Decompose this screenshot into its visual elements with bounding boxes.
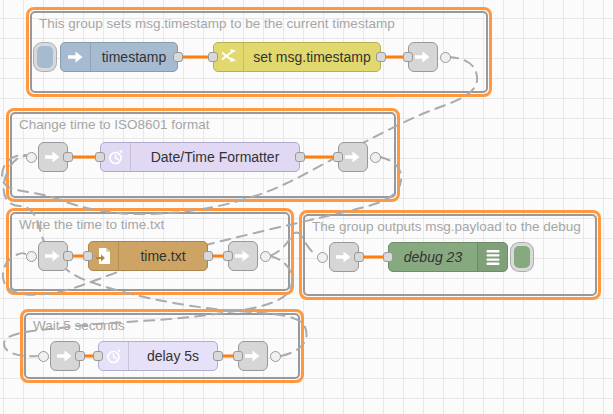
node-debug-23[interactable]: debug 23 [388,242,508,272]
link-arrow-icon [43,246,63,266]
node-delay-5s[interactable]: delay 5s [98,341,218,371]
input-port-debug-23[interactable] [383,252,393,262]
arrow-icon-area [61,43,91,71]
node-label: time.txt [119,242,207,270]
link-arrow-icon [343,147,363,167]
timer-clock-icon [104,346,124,366]
node-label: timestamp [91,43,177,71]
output-port-inject-timestamp[interactable] [173,52,183,62]
output-port-link-in-3[interactable] [63,251,73,261]
file-icon-area [89,242,119,270]
input-port-delay-5s[interactable] [93,351,103,361]
link-wire-out1-in2[interactable] [2,57,477,214]
node-label: debug 23 [389,243,477,271]
output-port-link-in-5[interactable] [75,351,85,361]
input-port-link-out-1[interactable] [403,52,413,62]
inject-trigger-button[interactable] [34,43,56,71]
node-change-set-timestamp[interactable]: set msg.timestamp [213,42,381,72]
input-port-change-set-timestamp[interactable] [208,52,218,62]
link-arrow-icon [55,346,75,366]
node-label: set msg.timestamp [244,43,380,71]
node-label: delay 5s [129,342,217,370]
bars-icon-area [477,243,507,271]
node-label: Date/Time Formatter [131,143,299,171]
input-port-link-out-5[interactable] [233,351,243,361]
virtual-link-port-link-out-2[interactable] [370,152,381,163]
link-arrow-icon [43,147,63,167]
output-port-delay-5s[interactable] [213,351,223,361]
input-port-link-out-3[interactable] [223,251,233,261]
virtual-link-port-link-in-4[interactable] [317,252,328,263]
output-port-link-in-4[interactable] [354,252,364,262]
debug-toggle-button[interactable] [511,243,533,271]
output-port-datetime-formatter[interactable] [295,152,305,162]
link-arrow-icon [243,346,263,366]
node-inject-timestamp[interactable]: timestamp [60,42,178,72]
input-port-datetime-formatter[interactable] [95,152,105,162]
virtual-link-port-link-in-5[interactable] [38,351,49,362]
clock-icon-area [101,143,131,171]
virtual-link-port-link-in-3[interactable] [26,251,37,262]
debug-sidebar-icon [484,247,502,267]
output-port-file-time-txt[interactable] [203,251,213,261]
link-arrow-icon [66,47,86,67]
node-datetime-formatter[interactable]: Date/Time Formatter [100,142,300,172]
flow-canvas[interactable]: This group sets msg.timestamp to be the … [0,0,613,414]
input-port-file-time-txt[interactable] [83,251,93,261]
timer-clock-icon [106,147,126,167]
output-port-link-in-2[interactable] [63,152,73,162]
virtual-link-port-link-out-5[interactable] [270,351,281,362]
virtual-link-port-link-out-3[interactable] [260,251,271,262]
virtual-link-port-link-in-2[interactable] [26,152,37,163]
virtual-link-port-link-out-1[interactable] [440,52,451,63]
change-swap-icon [219,47,239,67]
link-arrow-icon [334,247,354,267]
link-arrow-icon [233,246,253,266]
input-port-link-out-2[interactable] [333,152,343,162]
clock-icon-area [99,342,129,370]
node-file-time-txt[interactable]: time.txt [88,241,208,271]
link-arrow-icon [413,47,433,67]
link-wire-out3-in4[interactable] [270,233,317,257]
swap-icon-area [214,43,244,71]
output-port-change-set-timestamp[interactable] [376,52,386,62]
link-wire-out2-in3[interactable] [3,157,401,295]
file-document-icon [94,246,114,266]
